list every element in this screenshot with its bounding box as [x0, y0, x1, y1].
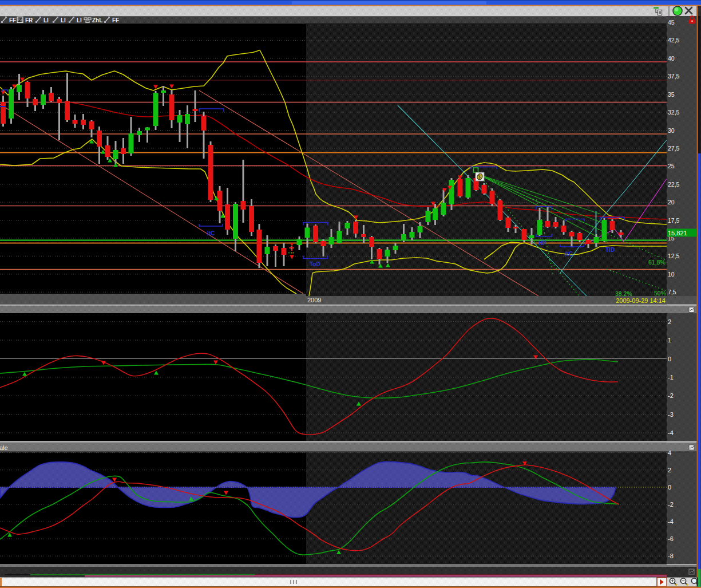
svg-text:32,5: 32,5	[668, 109, 680, 116]
svg-text:2: 2	[668, 467, 671, 473]
svg-text:4: 4	[668, 449, 671, 456]
svg-text:42,5: 42,5	[668, 37, 680, 44]
svg-text:2: 2	[668, 318, 671, 325]
svg-text:0: 0	[668, 356, 671, 362]
svg-text:30: 30	[668, 127, 675, 134]
svg-text:7,5: 7,5	[668, 289, 676, 295]
svg-text:-8: -8	[668, 553, 674, 559]
svg-text:12,5: 12,5	[668, 252, 680, 259]
svg-text:10: 10	[668, 271, 675, 278]
svg-text:LI: LI	[43, 17, 49, 23]
svg-text:20: 20	[668, 199, 675, 206]
svg-text:35: 35	[668, 91, 675, 98]
svg-text:40: 40	[668, 55, 675, 62]
svg-text:50%: 50%	[654, 290, 666, 297]
svg-text:HP: HP	[538, 240, 546, 246]
svg-text:-4: -4	[668, 518, 674, 525]
svg-text:25: 25	[668, 163, 675, 169]
svg-text:ItC: ItC	[207, 230, 215, 236]
svg-text:2009: 2009	[307, 297, 321, 303]
svg-text:LI: LI	[61, 17, 66, 23]
svg-text:17,5: 17,5	[668, 217, 680, 224]
svg-text:15,821: 15,821	[668, 230, 687, 236]
svg-text:ZhL: ZhL	[92, 17, 102, 23]
svg-text:ale: ale	[0, 444, 8, 451]
svg-text:45: 45	[668, 19, 675, 26]
svg-text:-6: -6	[668, 535, 674, 542]
svg-text:-3: -3	[668, 411, 674, 418]
svg-text:0: 0	[668, 484, 671, 491]
svg-text:-2: -2	[668, 392, 674, 399]
svg-text:ToD: ToD	[310, 261, 320, 267]
svg-text:1: 1	[668, 337, 671, 344]
svg-text:37,5: 37,5	[668, 73, 680, 80]
svg-text:ItC: ItC	[565, 251, 573, 257]
svg-text:TID: TID	[605, 247, 615, 253]
svg-text:2009-09-29 14:14: 2009-09-29 14:14	[616, 297, 666, 304]
svg-text:-2: -2	[668, 501, 674, 508]
svg-text:FF: FF	[9, 17, 16, 23]
svg-text:61,8%: 61,8%	[648, 259, 666, 266]
svg-text:FR: FR	[25, 17, 33, 23]
svg-text:27,5: 27,5	[668, 145, 680, 152]
svg-text:-1: -1	[668, 374, 674, 381]
svg-text:FF: FF	[112, 17, 119, 23]
svg-text:-4: -4	[668, 429, 674, 436]
svg-text:22,5: 22,5	[668, 181, 680, 188]
svg-text:LI: LI	[77, 17, 82, 23]
